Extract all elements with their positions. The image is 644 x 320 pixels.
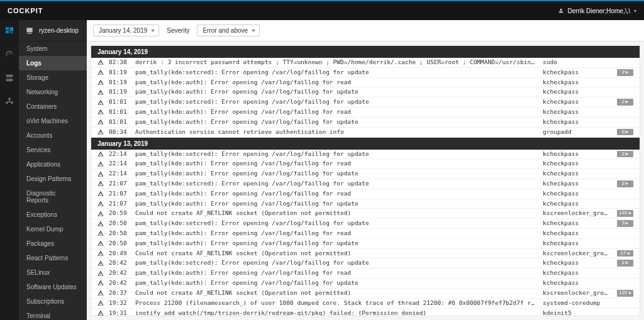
date-select[interactable]: January 14, 2019 [93, 25, 159, 36]
top-bar: COCKPIT Derrik Diener;Home,\,\ ▾ [0, 0, 644, 20]
log-time: 01:01 [109, 98, 130, 106]
log-row[interactable]: 22:14pam_tally(kde:setcred): Error openi… [91, 150, 640, 160]
network-icon[interactable] [4, 97, 14, 107]
log-row[interactable]: 01:01pam_tally(kde:auth): Error opening … [91, 108, 640, 118]
host-selector[interactable]: ryzen-desktop [19, 20, 87, 41]
log-service: kcheckpass [543, 150, 612, 158]
log-service: kcheckpass [543, 240, 612, 248]
log-message: pam_tally(kde:setcred): Error opening /v… [135, 259, 538, 267]
log-message: pam_tally(kde:setcred): Error opening /v… [135, 219, 538, 228]
log-row[interactable]: 20:42pam_tally(kde:auth): Error opening … [91, 279, 640, 289]
log-row[interactable]: 20:50pam_tally(kde:auth): Error opening … [91, 229, 640, 239]
date-header: January 14, 2019 [91, 46, 640, 58]
sidebar-item-containers[interactable]: Containers [19, 99, 87, 114]
count-badge[interactable]: 145 ▸ [617, 210, 633, 217]
dashboard-icon[interactable] [4, 25, 14, 35]
count-badge[interactable]: 2 ▸ [617, 260, 633, 267]
sidebar-item-selinux[interactable]: SELinux [19, 265, 87, 280]
log-message: Could not create AF_NETLINK socket (Oper… [135, 289, 538, 297]
user-menu[interactable]: Derrik Diener;Home,\,\ ▾ [558, 8, 636, 14]
count-badge[interactable]: 3 ▸ [617, 220, 633, 227]
sidebar-item-ovirt-machines[interactable]: oVirt Machines [19, 114, 87, 128]
log-row[interactable]: 20:42pam_tally(kde:auth): Error opening … [91, 268, 640, 279]
count-badge[interactable]: 8 ▸ [617, 129, 633, 136]
sidebar-item-kernel-dump[interactable]: Kernel Dump [19, 222, 87, 236]
count-badge[interactable]: 2 ▸ [617, 69, 633, 76]
warning-icon [97, 89, 104, 96]
log-message: pam_tally(kde:auth): Error opening /var/… [135, 229, 538, 238]
log-time: 20:59 [109, 209, 130, 218]
sidebar-item-applications[interactable]: Applications [19, 157, 87, 172]
log-time: 20:50 [109, 219, 130, 228]
log-service: kcheckpass [543, 259, 612, 267]
log-row[interactable]: 20:49Could not create AF_NETLINK socket … [91, 249, 640, 259]
sidebar-item-services[interactable]: Services [19, 143, 87, 157]
sidebar-item-subscriptions[interactable]: Subscriptions [19, 294, 87, 309]
warning-icon [97, 171, 104, 177]
log-service: kscreenlocker_gre… [543, 209, 612, 218]
warning-icon [97, 59, 104, 65]
warning-icon [97, 129, 104, 135]
log-message: pam_tally(kde:setcred): Error opening /v… [135, 98, 538, 106]
log-row[interactable]: 20:42pam_tally(kde:setcred): Error openi… [91, 258, 640, 268]
log-row[interactable]: 20:59Could not create AF_NETLINK socket … [91, 209, 640, 219]
count-badge[interactable]: 2 ▸ [617, 99, 633, 106]
host-icon [25, 26, 34, 35]
log-row[interactable]: 01:19pam_tally(kde:auth): Error opening … [91, 78, 640, 88]
log-message: Could not create AF_NETLINK socket (Oper… [135, 250, 538, 258]
sidebar-item-packages[interactable]: Packages [19, 236, 87, 251]
log-row[interactable]: 01:01pam_tally(kde:auth): Error opening … [91, 118, 640, 128]
log-row[interactable]: 21:07pam_tally(kde:auth): Error opening … [91, 199, 640, 209]
filter-bar: January 14, 2019 Severity Error and abov… [87, 20, 644, 41]
log-row[interactable]: 20:50pam_tally(kde:setcred): Error openi… [91, 219, 640, 229]
log-service: kcheckpass [543, 160, 612, 168]
sidebar-item-terminal[interactable]: Terminal [19, 309, 87, 320]
log-row[interactable]: 19:32Process 21200 (filenamesearch_) of … [91, 299, 640, 309]
sidebar-item-software-updates[interactable]: Software Updates [19, 280, 87, 294]
sidebar-item-accounts[interactable]: Accounts [19, 128, 87, 143]
sidebar-item-react-patterns[interactable]: React Patterns [19, 251, 87, 265]
log-row[interactable]: 20:50pam_tally(kde:auth): Error opening … [91, 239, 640, 249]
log-row[interactable]: 22:14pam_tally(kde:auth): Error opening … [91, 169, 640, 179]
log-row[interactable]: 01:19pam_tally(kde:auth): Error opening … [91, 87, 640, 97]
sidebar-item-diagnostic-reports[interactable]: Diagnostic Reports [19, 186, 87, 207]
warning-icon [97, 280, 104, 286]
warning-icon [97, 230, 104, 236]
severity-select[interactable]: Error and above [197, 25, 260, 36]
user-icon [558, 8, 564, 14]
log-row[interactable]: 22:14pam_tally(kde:auth): Error opening … [91, 159, 640, 169]
sidebar-item-design-patterns[interactable]: Design Patterns [19, 172, 87, 186]
log-time: 20:42 [109, 259, 130, 267]
count-badge[interactable]: 2 ▸ [617, 151, 633, 158]
log-pane[interactable]: January 14, 201902:38derrik : 3 incorrec… [91, 45, 640, 316]
log-message: pam_tally(kde:auth): Error opening /var/… [135, 108, 538, 116]
sidebar-item-logs[interactable]: Logs [19, 56, 87, 70]
log-service: kcheckpass [543, 108, 612, 116]
warning-icon [97, 99, 104, 106]
count-badge[interactable]: 2 ▸ [617, 180, 633, 187]
log-service: kcheckpass [543, 88, 612, 96]
log-row[interactable]: 19:31inotify_add_watch(/tmp/trizen-derri… [91, 309, 640, 317]
count-badge[interactable]: 125 ▸ [617, 290, 633, 297]
sidebar-item-exceptions[interactable]: Exceptions [19, 207, 87, 222]
log-row[interactable]: 01:19pam_tally(kde:setcred): Error openi… [91, 68, 640, 78]
sidebar-item-storage[interactable]: Storage [19, 70, 87, 85]
log-row[interactable]: 20:37Could not create AF_NETLINK socket … [91, 289, 640, 299]
log-time: 01:19 [109, 79, 130, 87]
gauge-icon[interactable] [4, 49, 14, 59]
nav-rail [0, 20, 19, 320]
log-row[interactable]: 21:07pam_tally(kde:auth): Error opening … [91, 189, 640, 199]
log-service: kcheckpass [543, 118, 612, 126]
sidebar-item-system[interactable]: System [19, 41, 87, 56]
log-row[interactable]: 01:01pam_tally(kde:setcred): Error openi… [91, 97, 640, 108]
server-icon[interactable] [4, 73, 14, 83]
log-message: pam_tally(kde:auth): Error opening /var/… [135, 190, 538, 198]
log-row[interactable]: 21:07pam_tally(kde:setcred): Error openi… [91, 179, 640, 189]
user-label: Derrik Diener;Home,\,\ [568, 8, 630, 14]
log-service: kcheckpass [543, 69, 612, 77]
log-row[interactable]: 02:38derrik : 3 incorrect password attem… [91, 58, 640, 68]
log-message: Could not create AF_NETLINK socket (Oper… [135, 209, 538, 218]
log-row[interactable]: 00:34Authentication service cannot retri… [91, 128, 640, 138]
count-badge[interactable]: 17 ▸ [617, 250, 633, 257]
sidebar-item-networking[interactable]: Networking [19, 85, 87, 99]
